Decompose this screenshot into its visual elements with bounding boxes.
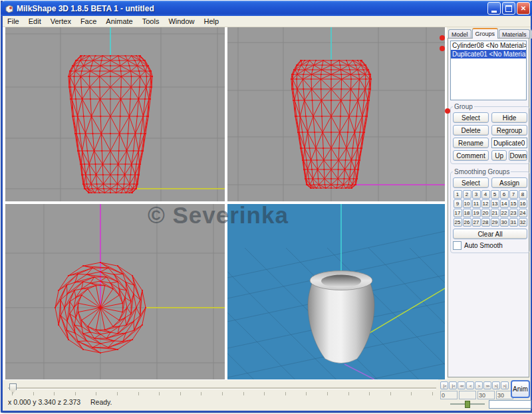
timeline-track[interactable] bbox=[8, 387, 436, 389]
panel-tabs: ModelGroupsMaterialsJoints bbox=[448, 27, 531, 39]
close-button[interactable]: ✕ bbox=[517, 2, 530, 15]
smoothing-group-18[interactable]: 18 bbox=[463, 209, 471, 217]
smoothing-group-22[interactable]: 22 bbox=[500, 209, 509, 217]
mini-slider-track[interactable] bbox=[450, 403, 485, 405]
up-button[interactable]: Up bbox=[491, 150, 507, 161]
group-box-title: Group bbox=[453, 103, 474, 110]
smoothing-group-23[interactable]: 23 bbox=[509, 209, 518, 217]
smoothing-group-4[interactable]: 4 bbox=[481, 190, 490, 199]
group-box: Group Select Hide Delete Regroup Rename … bbox=[450, 103, 530, 164]
menu-help[interactable]: Help bbox=[200, 17, 224, 26]
menu-vertex[interactable]: Vertex bbox=[46, 17, 76, 26]
smoothing-assign-button[interactable]: Assign bbox=[491, 177, 527, 188]
smoothing-group-7[interactable]: 7 bbox=[509, 190, 518, 199]
viewport-front-wireframe[interactable] bbox=[5, 27, 225, 201]
playback-button-2[interactable]: << bbox=[458, 381, 466, 389]
menu-animate[interactable]: Animate bbox=[101, 17, 137, 26]
comment-button[interactable]: Comment bbox=[453, 150, 489, 161]
smoothing-group-9[interactable]: 9 bbox=[454, 199, 462, 208]
smoothing-group-17[interactable]: 17 bbox=[454, 209, 462, 217]
smoothing-group-1[interactable]: 1 bbox=[454, 190, 462, 199]
smoothing-group-8[interactable]: 8 bbox=[519, 190, 527, 199]
group-name-input[interactable] bbox=[491, 138, 527, 148]
menu-window[interactable]: Window bbox=[164, 17, 199, 26]
status-message: Ready. bbox=[90, 398, 112, 406]
delete-button[interactable]: Delete bbox=[453, 125, 489, 136]
anim-field-1[interactable] bbox=[459, 391, 476, 399]
smoothing-group-21[interactable]: 21 bbox=[491, 209, 499, 217]
smoothing-group-6[interactable]: 6 bbox=[500, 190, 509, 199]
smoothing-group-19[interactable]: 19 bbox=[472, 209, 481, 217]
smoothing-group-5[interactable]: 5 bbox=[491, 190, 499, 199]
smoothing-group-11[interactable]: 11 bbox=[472, 199, 481, 208]
smoothing-group-27[interactable]: 27 bbox=[472, 218, 481, 227]
frame-input-field[interactable] bbox=[489, 400, 531, 409]
playback-button-1[interactable]: |< bbox=[449, 381, 457, 389]
smoothing-group-3[interactable]: 3 bbox=[472, 190, 481, 199]
smoothing-group-28[interactable]: 28 bbox=[481, 218, 490, 227]
timeline-thumb[interactable] bbox=[9, 383, 17, 393]
title-bar[interactable]: MilkShape 3D 1.8.5 BETA 1 - untitled ✕ bbox=[1, 1, 532, 16]
menu-edit[interactable]: Edit bbox=[24, 17, 46, 26]
groups-list[interactable]: Cylinder08 <No Material>Duplicate01 <No … bbox=[450, 41, 527, 100]
rename-button[interactable]: Rename bbox=[453, 138, 489, 148]
smoothing-group-16[interactable]: 16 bbox=[519, 199, 527, 208]
playback-button-0[interactable]: |< bbox=[440, 381, 448, 389]
smoothing-group-25[interactable]: 25 bbox=[454, 218, 462, 227]
smoothing-group-26[interactable]: 26 bbox=[463, 218, 471, 227]
viewport-workspace: © Severinka bbox=[3, 27, 447, 379]
viewport-top-wireframe[interactable] bbox=[5, 204, 225, 379]
playback-button-6[interactable]: >| bbox=[492, 381, 500, 389]
menu-tools[interactable]: Tools bbox=[138, 17, 164, 26]
down-button[interactable]: Down bbox=[509, 150, 527, 161]
menu-file[interactable]: File bbox=[3, 17, 24, 26]
anim-field-0[interactable] bbox=[440, 391, 458, 399]
anim-field-2[interactable] bbox=[477, 391, 495, 399]
anim-toggle-button[interactable]: Anim bbox=[511, 380, 530, 398]
viewport-3d-perspective[interactable] bbox=[227, 204, 445, 379]
mini-slider-thumb[interactable] bbox=[465, 401, 470, 408]
clear-all-button[interactable]: Clear All bbox=[453, 229, 527, 239]
groups-tab-page: Cylinder08 <No Material>Duplicate01 <No … bbox=[448, 38, 529, 377]
smoothing-groups-box: Smoothing Groups Select Assign 123456789… bbox=[450, 168, 530, 253]
shaded-vase-model bbox=[308, 271, 374, 363]
side-wireframe-canvas bbox=[227, 27, 445, 201]
smoothing-group-29[interactable]: 29 bbox=[491, 218, 499, 227]
minimize-button[interactable] bbox=[487, 2, 501, 15]
3d-render-canvas bbox=[227, 204, 445, 379]
menu-face[interactable]: Face bbox=[76, 17, 101, 26]
smoothing-group-30[interactable]: 30 bbox=[500, 218, 509, 227]
smoothing-group-24[interactable]: 24 bbox=[519, 209, 527, 217]
annotation-dot-1 bbox=[440, 35, 445, 41]
smoothing-group-32[interactable]: 32 bbox=[519, 218, 527, 227]
smoothing-group-12[interactable]: 12 bbox=[481, 199, 490, 208]
smoothing-select-button[interactable]: Select bbox=[453, 177, 489, 188]
select-button[interactable]: Select bbox=[453, 112, 489, 123]
regroup-button[interactable]: Regroup bbox=[491, 125, 527, 136]
smoothing-group-2[interactable]: 2 bbox=[463, 190, 471, 199]
playback-button-5[interactable]: >> bbox=[483, 381, 491, 389]
group-list-item[interactable]: Cylinder08 <No Material> bbox=[451, 41, 526, 50]
smoothing-group-10[interactable]: 10 bbox=[463, 199, 471, 208]
smoothing-number-grid: 1234567891011121314151617181920212223242… bbox=[453, 190, 527, 227]
smoothing-group-13[interactable]: 13 bbox=[491, 199, 499, 208]
hide-button[interactable]: Hide bbox=[491, 112, 527, 123]
annotation-dot-3 bbox=[445, 108, 450, 114]
window-controls: ✕ bbox=[487, 2, 530, 15]
smoothing-group-20[interactable]: 20 bbox=[481, 209, 490, 217]
group-list-item[interactable]: Duplicate01 <No Material> bbox=[451, 50, 526, 58]
app-window: MilkShape 3D 1.8.5 BETA 1 - untitled ✕ F… bbox=[1, 1, 532, 413]
tab-materials[interactable]: Materials bbox=[499, 29, 530, 39]
smoothing-group-31[interactable]: 31 bbox=[509, 218, 518, 227]
viewport-side-wireframe[interactable] bbox=[227, 27, 445, 201]
restore-button[interactable] bbox=[502, 2, 515, 15]
side-panel: ModelGroupsMaterialsJoints Cylinder08 <N… bbox=[448, 27, 531, 379]
smoothing-group-14[interactable]: 14 bbox=[500, 199, 509, 208]
playback-button-7[interactable]: >| bbox=[501, 381, 509, 389]
playback-button-4[interactable]: > bbox=[475, 381, 483, 389]
tab-model[interactable]: Model bbox=[448, 29, 471, 39]
smoothing-group-15[interactable]: 15 bbox=[509, 199, 518, 208]
tab-groups[interactable]: Groups bbox=[472, 28, 499, 39]
auto-smooth-checkbox[interactable] bbox=[453, 241, 462, 250]
playback-button-3[interactable]: < bbox=[466, 381, 474, 389]
